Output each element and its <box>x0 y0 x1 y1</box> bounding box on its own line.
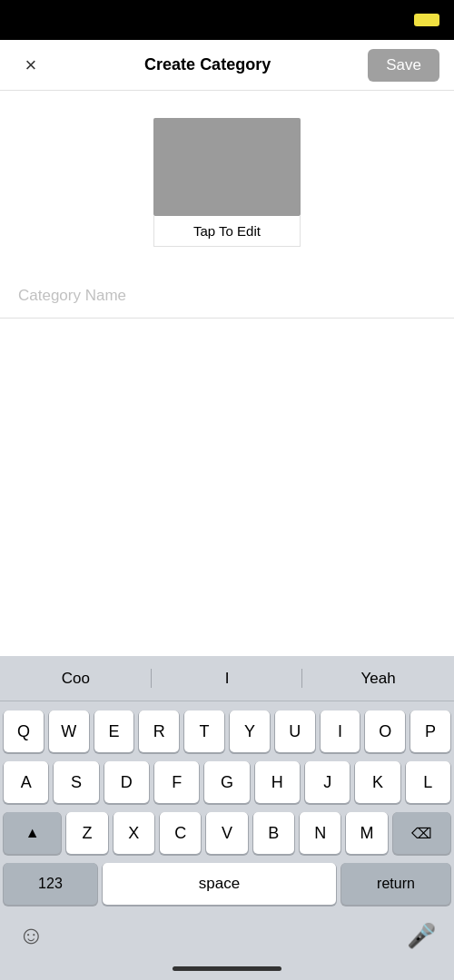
shift-key[interactable]: ▲ <box>4 812 61 854</box>
key-G[interactable]: G <box>204 761 249 803</box>
autocomplete-item-1[interactable]: I <box>152 662 303 695</box>
status-bar <box>0 0 454 40</box>
key-S[interactable]: S <box>54 761 98 803</box>
autocomplete-item-0[interactable]: Coo <box>0 662 152 695</box>
backspace-key[interactable]: ⌫ <box>393 812 450 854</box>
key-Z[interactable]: Z <box>66 812 107 854</box>
category-name-field-container <box>0 274 454 318</box>
key-Q[interactable]: Q <box>4 710 44 752</box>
tap-to-edit-label[interactable]: Tap To Edit <box>153 216 301 247</box>
key-B[interactable]: B <box>253 812 294 854</box>
backspace-icon: ⌫ <box>411 825 432 842</box>
category-image <box>153 118 301 216</box>
return-key[interactable]: return <box>341 863 450 905</box>
keyboard-row-2: A S D F G H J K L <box>4 761 450 803</box>
image-placeholder-container[interactable]: Tap To Edit <box>153 118 301 247</box>
function-row: 123 space return <box>4 863 450 905</box>
num-key[interactable]: 123 <box>4 863 97 905</box>
key-V[interactable]: V <box>206 812 247 854</box>
key-R[interactable]: R <box>139 710 179 752</box>
key-N[interactable]: N <box>300 812 340 854</box>
key-O[interactable]: O <box>365 710 405 752</box>
key-I[interactable]: I <box>321 710 360 752</box>
key-D[interactable]: D <box>104 761 149 803</box>
key-K[interactable]: K <box>355 761 400 803</box>
autocomplete-item-2[interactable]: Yeah <box>302 662 454 695</box>
key-W[interactable]: W <box>49 710 89 752</box>
battery-icon <box>414 14 439 26</box>
keyboard-row-3: ▲ Z X C V B N M ⌫ <box>4 812 450 854</box>
space-key[interactable]: space <box>103 863 336 905</box>
keyboard-area: Coo I Yeah Q W E R T Y U I O P A S D F G… <box>0 656 454 980</box>
keys-area: Q W E R T Y U I O P A S D F G H J K L ▲ <box>0 701 454 914</box>
key-U[interactable]: U <box>275 710 315 752</box>
shift-icon: ▲ <box>25 825 40 841</box>
key-E[interactable]: E <box>94 710 134 752</box>
key-H[interactable]: H <box>255 761 300 803</box>
key-A[interactable]: A <box>4 761 48 803</box>
nav-bar: × Create Category Save <box>0 40 454 91</box>
key-C[interactable]: C <box>160 812 201 854</box>
key-J[interactable]: J <box>305 761 350 803</box>
page-title: Create Category <box>144 55 271 74</box>
extras-row: ☺ 🎤 <box>0 914 454 959</box>
close-button[interactable]: × <box>15 49 47 82</box>
key-X[interactable]: X <box>114 812 154 854</box>
mic-button[interactable]: 🎤 <box>407 922 436 950</box>
category-name-input[interactable] <box>18 274 436 318</box>
home-bar <box>173 966 281 971</box>
autocomplete-bar: Coo I Yeah <box>0 656 454 701</box>
keyboard-row-1: Q W E R T Y U I O P <box>4 710 450 752</box>
key-M[interactable]: M <box>346 812 387 854</box>
key-T[interactable]: T <box>184 710 224 752</box>
save-button[interactable]: Save <box>368 49 439 82</box>
key-F[interactable]: F <box>154 761 199 803</box>
key-Y[interactable]: Y <box>230 710 270 752</box>
emoji-button[interactable]: ☺ <box>18 921 44 950</box>
key-L[interactable]: L <box>406 761 450 803</box>
home-indicator <box>0 959 454 980</box>
main-content: Tap To Edit <box>0 91 454 318</box>
key-P[interactable]: P <box>410 710 450 752</box>
